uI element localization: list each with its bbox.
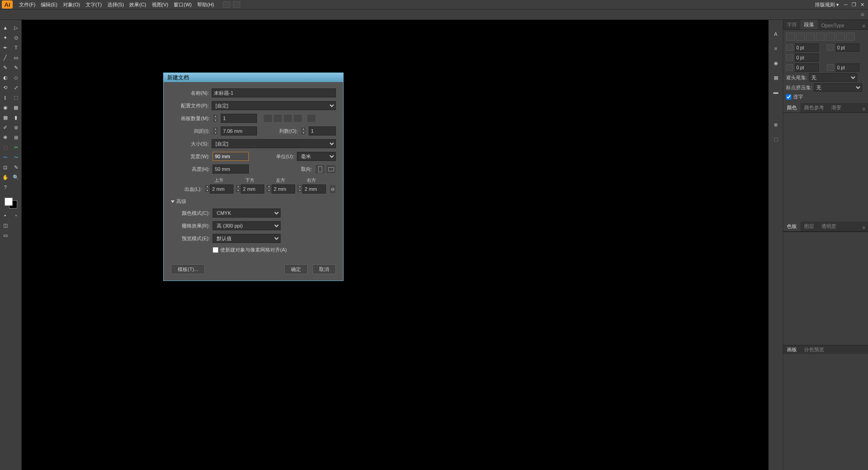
fill-stroke-swatch[interactable] (5, 198, 17, 208)
glyphs-panel-icon[interactable]: A (771, 29, 781, 39)
menu-window[interactable]: 窗口(W) (171, 0, 194, 9)
tab-color[interactable]: 颜色 (783, 103, 800, 112)
symbol-sprayer-tool-icon[interactable]: ❋ (0, 132, 11, 142)
rotate-tool-icon[interactable]: ⟲ (0, 82, 11, 92)
bleed-bottom-input[interactable] (241, 184, 264, 194)
arrange-icon[interactable] (223, 1, 230, 8)
advanced-toggle[interactable]: 高级 (171, 198, 336, 205)
colormode-select[interactable]: CMYK (213, 208, 281, 218)
print-tiling-tool-icon[interactable]: ⊡ (0, 162, 11, 172)
profile-select[interactable]: [自定] (212, 101, 336, 110)
bleed-right-spinner[interactable]: ▴▾ (297, 184, 302, 194)
spacing-input[interactable] (221, 126, 257, 136)
gradient-mode-icon[interactable]: ▫ (11, 210, 22, 220)
bleed-top-spinner[interactable]: ▴▾ (204, 184, 210, 194)
mojikumi-select[interactable]: 无 (814, 83, 862, 92)
selection-tool-icon[interactable]: ▲ (0, 23, 11, 33)
screen-mode-icon[interactable]: ▭ (0, 230, 11, 240)
artboard-tool-icon[interactable]: ⬚ (0, 142, 11, 152)
workspace-switcher[interactable]: 排版规则 ▾ (812, 0, 842, 9)
menu-edit[interactable]: 编辑(E) (38, 0, 60, 9)
direct-selection-tool-icon[interactable]: ▷ (11, 23, 22, 33)
menu-object[interactable]: 对象(O) (60, 0, 83, 9)
links-panel-icon[interactable]: ⊕ (771, 120, 781, 130)
bleed-link-icon[interactable]: ⊖ (330, 184, 336, 194)
bleed-top-input[interactable] (210, 184, 233, 194)
tab-opentype[interactable]: OpenType (818, 21, 848, 29)
slice-tool-icon[interactable]: ✂ (11, 142, 22, 152)
paintbrush-tool-icon[interactable]: ✎ (0, 63, 11, 73)
tab-layers[interactable]: 图层 (800, 222, 818, 231)
hand-tool-icon[interactable]: ✋ (0, 172, 11, 182)
canvas[interactable] (22, 20, 768, 470)
name-input[interactable] (212, 88, 336, 97)
justify-center-icon[interactable] (826, 33, 835, 41)
height-input[interactable] (213, 165, 249, 174)
blob-brush-tool-icon[interactable]: ◐ (0, 73, 11, 82)
pencil-tool-icon[interactable]: ✎ (11, 63, 22, 73)
justify-right-icon[interactable] (836, 33, 845, 41)
ok-button[interactable]: 确定 (284, 264, 308, 274)
color-mode-icon[interactable]: ▪ (0, 210, 11, 220)
templates-button[interactable]: 模板(T)... (171, 264, 205, 274)
eraser-tool-icon[interactable]: ◇ (11, 73, 22, 82)
artboards-spinner[interactable]: ▴▾ (213, 114, 218, 122)
grid-by-col-icon[interactable] (273, 114, 282, 122)
space-before-input[interactable] (795, 63, 819, 72)
tab-color-guide[interactable]: 颜色参考 (800, 103, 828, 112)
align-center-icon[interactable] (796, 33, 805, 41)
bleed-bottom-spinner[interactable]: ▴▾ (235, 184, 241, 194)
first-line-indent-input[interactable] (795, 53, 819, 62)
dialog-title[interactable]: 新建文档 (164, 73, 343, 82)
lasso-tool-icon[interactable]: ⊙ (11, 33, 22, 43)
grid-by-row-icon[interactable] (263, 114, 272, 122)
draw-mode-icon[interactable]: ◫ (0, 220, 11, 230)
maximize-icon[interactable]: ❐ (850, 1, 858, 8)
perspective-tool-icon[interactable]: ▦ (11, 102, 22, 112)
free-transform-tool-icon[interactable]: ⬚ (11, 92, 22, 102)
magic-wand-tool-icon[interactable]: ✦ (0, 33, 11, 43)
stroke-panel-icon[interactable]: ≡ (771, 44, 781, 53)
indent-right-input[interactable] (836, 44, 859, 52)
mesh-tool-icon[interactable]: ▦ (0, 112, 11, 122)
indent-left-input[interactable] (795, 44, 819, 52)
orient-portrait-button[interactable] (315, 165, 325, 174)
arrange-col-icon[interactable] (293, 114, 302, 122)
width-tool-icon[interactable]: ⫿ (0, 92, 11, 102)
appearance-panel-icon[interactable]: ◉ (771, 58, 781, 68)
tab-paragraph[interactable]: 段落 (800, 20, 818, 29)
shaper-tool-icon[interactable]: 〜 (11, 152, 22, 162)
kinsoku-select[interactable]: 无 (809, 73, 857, 82)
justify-all-icon[interactable] (846, 33, 855, 41)
artboards-input[interactable] (221, 114, 257, 123)
tab-separations[interactable]: 分色预览 (800, 345, 828, 354)
bleed-right-input[interactable] (302, 184, 326, 194)
menu-effect[interactable]: 效果(C) (126, 0, 149, 9)
tab-character[interactable]: 字符 (783, 20, 800, 29)
type-tool-icon[interactable]: T (11, 43, 22, 53)
arrange-row-icon[interactable] (283, 114, 292, 122)
menu-type[interactable]: 文字(T) (83, 0, 105, 9)
tab-swatches[interactable]: 色板 (783, 222, 800, 231)
raster-select[interactable]: 高 (300 ppi) (213, 221, 281, 230)
shape-builder-tool-icon[interactable]: ◉ (0, 102, 11, 112)
minimize-icon[interactable]: ─ (842, 1, 850, 8)
align-pixel-checkbox[interactable] (213, 247, 218, 253)
bleed-left-input[interactable] (272, 184, 295, 194)
workspace-icon[interactable] (233, 1, 240, 8)
zoom-tool-icon[interactable]: 🔍 (11, 172, 22, 182)
tab-gradient[interactable]: 渐变 (828, 103, 845, 112)
size-select[interactable]: [自定] (212, 139, 336, 148)
eyedropper-tool-icon[interactable]: ✐ (0, 122, 11, 132)
pen-tool-icon[interactable]: ✒ (0, 43, 11, 53)
menu-help[interactable]: 帮助(H) (194, 0, 217, 9)
gradient-tool-icon[interactable]: ▮ (11, 112, 22, 122)
tab-transparency[interactable]: 透明度 (818, 222, 840, 231)
align-right-icon[interactable] (806, 33, 815, 41)
bleed-left-spinner[interactable]: ▴▾ (266, 184, 272, 194)
spacing-spinner[interactable]: ▴▾ (213, 127, 218, 135)
orient-landscape-button[interactable] (326, 165, 336, 174)
justify-left-icon[interactable] (816, 33, 825, 41)
tab-artboards[interactable]: 画板 (783, 345, 800, 354)
cancel-button[interactable]: 取消 (312, 264, 336, 274)
